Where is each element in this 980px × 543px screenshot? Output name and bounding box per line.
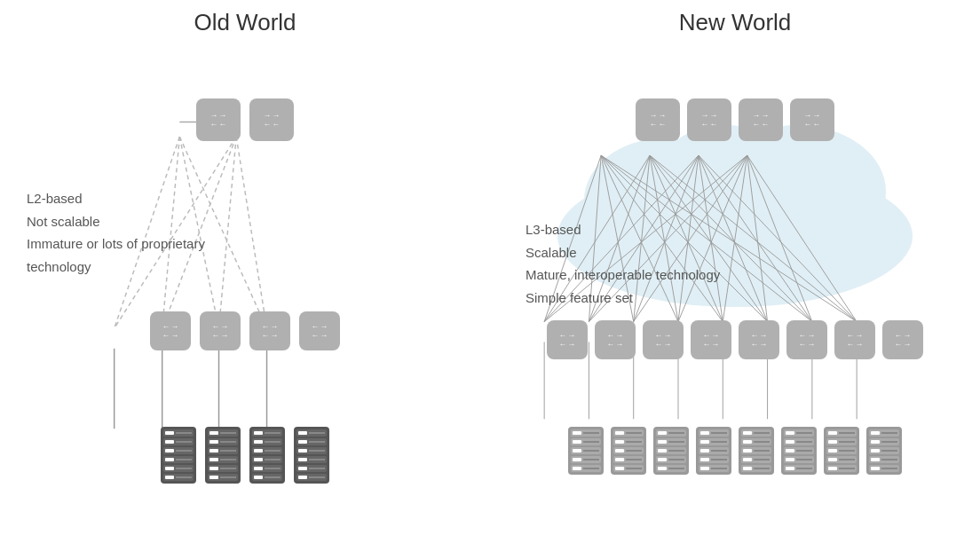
old-server-racks xyxy=(161,427,329,484)
new-server-7 xyxy=(824,427,859,475)
new-mid-router-6: ←→ ←→ xyxy=(786,320,827,359)
new-server-5 xyxy=(739,427,774,475)
new-server-1 xyxy=(568,427,604,475)
svg-line-7 xyxy=(219,137,237,328)
old-top-router-1: →→ ←← xyxy=(196,98,241,141)
svg-point-16 xyxy=(655,125,797,232)
new-world-labels: L3-based Scalable Mature, interoperable … xyxy=(526,218,720,309)
main-container: Old World xyxy=(0,0,980,543)
new-top-router-3: →→ ←← xyxy=(739,98,783,141)
old-top-routers: →→ ←← →→ ←← xyxy=(196,98,294,141)
new-label-1: L3-based xyxy=(526,218,720,241)
new-mid-router-3: ←→ ←→ xyxy=(643,320,684,359)
new-world-content: →→ ←← →→ ←← →→ ←← xyxy=(508,45,962,533)
new-label-2: Scalable xyxy=(526,241,720,264)
new-server-8 xyxy=(866,427,902,475)
new-top-router-4: →→ ←← xyxy=(790,98,834,141)
new-mid-routers: ←→ ←→ ←→ ←→ ←→ ←→ xyxy=(547,320,923,359)
old-label-3: Immature or lots of proprietary xyxy=(27,232,205,256)
old-top-router-2: →→ ←← xyxy=(249,98,294,141)
new-mid-router-1: ←→ ←→ xyxy=(547,320,588,359)
new-top-router-1: →→ ←← xyxy=(636,98,680,141)
old-mid-router-1: ←→ ←→ xyxy=(150,311,191,350)
svg-line-8 xyxy=(236,137,266,328)
new-mid-router-5: ←→ ←→ xyxy=(739,320,779,359)
new-server-2 xyxy=(611,427,646,475)
old-server-4 xyxy=(294,427,329,484)
old-mid-routers: ←→ ←→ ←→ ←→ ←→ ←→ xyxy=(150,311,340,350)
old-world-content: →→ ←← →→ ←← L2-based Not scalable Immatu… xyxy=(18,45,472,533)
old-label-4: technology xyxy=(27,256,205,279)
old-server-1 xyxy=(161,427,196,484)
old-label-1: L2-based xyxy=(27,187,205,210)
new-mid-router-8: ←→ ←→ xyxy=(882,320,923,359)
new-top-router-2: →→ ←← xyxy=(687,98,731,141)
old-world-section: Old World xyxy=(0,0,490,543)
new-server-racks xyxy=(568,427,902,475)
new-label-3: Mature, interoperable technology xyxy=(526,264,720,287)
old-mid-router-2: ←→ ←→ xyxy=(200,311,241,350)
old-mid-router-4: ←→ ←→ xyxy=(299,311,340,350)
new-server-4 xyxy=(696,427,731,475)
old-world-labels: L2-based Not scalable Immature or lots o… xyxy=(27,187,205,278)
old-server-2 xyxy=(205,427,241,484)
new-world-title: New World xyxy=(508,9,962,36)
new-server-3 xyxy=(653,427,689,475)
old-mid-router-3: ←→ ←→ xyxy=(249,311,290,350)
new-server-6 xyxy=(781,427,817,475)
old-world-title: Old World xyxy=(18,9,472,36)
new-mid-router-7: ←→ ←→ xyxy=(834,320,875,359)
new-top-routers: →→ ←← →→ ←← →→ ←← xyxy=(636,98,834,141)
old-server-3 xyxy=(249,427,285,484)
old-label-2: Not scalable xyxy=(27,210,205,233)
new-label-4: Simple feature set xyxy=(526,287,720,310)
new-mid-router-2: ←→ ←→ xyxy=(595,320,636,359)
new-mid-router-4: ←→ ←→ xyxy=(691,320,731,359)
new-world-section: New World xyxy=(490,0,980,543)
